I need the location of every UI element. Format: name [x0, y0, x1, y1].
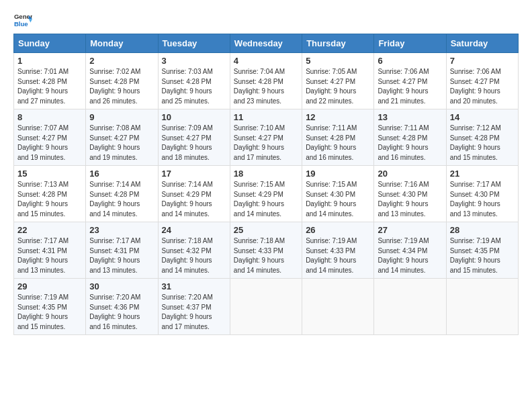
logo-icon: General Blue [13, 11, 32, 30]
day-number: 9 [89, 112, 154, 122]
calendar-row-week1: 1 Sunrise: 7:01 AMSunset: 4:28 PMDayligh… [14, 53, 519, 109]
day-number: 29 [17, 281, 82, 291]
calendar-row-week3: 15 Sunrise: 7:13 AMSunset: 4:28 PMDaylig… [14, 166, 519, 222]
calendar-cell: 9 Sunrise: 7:08 AMSunset: 4:27 PMDayligh… [86, 109, 158, 166]
day-info: Sunrise: 7:14 AMSunset: 4:28 PMDaylight:… [89, 181, 140, 218]
day-number: 31 [162, 281, 226, 291]
day-info: Sunrise: 7:11 AMSunset: 4:28 PMDaylight:… [378, 124, 429, 161]
day-info: Sunrise: 7:19 AMSunset: 4:35 PMDaylight:… [17, 293, 69, 330]
calendar-cell: 4 Sunrise: 7:04 AMSunset: 4:28 PMDayligh… [230, 53, 302, 109]
calendar-cell: 22 Sunrise: 7:17 AMSunset: 4:31 PMDaylig… [14, 222, 86, 279]
day-info: Sunrise: 7:08 AMSunset: 4:27 PMDaylight:… [89, 124, 140, 161]
calendar-cell: 26 Sunrise: 7:19 AMSunset: 4:33 PMDaylig… [302, 222, 374, 279]
calendar-cell: 31 Sunrise: 7:20 AMSunset: 4:37 PMDaylig… [158, 279, 230, 335]
calendar-cell: 14 Sunrise: 7:12 AMSunset: 4:28 PMDaylig… [446, 109, 518, 166]
day-info: Sunrise: 7:19 AMSunset: 4:35 PMDaylight:… [450, 237, 501, 274]
calendar-cell: 24 Sunrise: 7:18 AMSunset: 4:32 PMDaylig… [158, 222, 230, 279]
day-info: Sunrise: 7:17 AMSunset: 4:30 PMDaylight:… [450, 181, 501, 218]
calendar-cell: 11 Sunrise: 7:10 AMSunset: 4:27 PMDaylig… [230, 109, 302, 166]
calendar-row-week5: 29 Sunrise: 7:19 AMSunset: 4:35 PMDaylig… [14, 279, 519, 335]
day-info: Sunrise: 7:20 AMSunset: 4:36 PMDaylight:… [89, 293, 140, 330]
day-number: 2 [89, 56, 154, 66]
calendar-cell: 29 Sunrise: 7:19 AMSunset: 4:35 PMDaylig… [14, 279, 86, 335]
day-info: Sunrise: 7:01 AMSunset: 4:28 PMDaylight:… [17, 68, 69, 105]
calendar-cell: 30 Sunrise: 7:20 AMSunset: 4:36 PMDaylig… [86, 279, 158, 335]
day-number: 20 [378, 169, 442, 179]
calendar-row-week2: 8 Sunrise: 7:07 AMSunset: 4:27 PMDayligh… [14, 109, 519, 166]
day-number: 30 [89, 281, 154, 291]
day-number: 1 [17, 56, 82, 66]
calendar-cell [302, 279, 374, 335]
weekday-header-monday: Monday [86, 34, 158, 53]
calendar-cell: 28 Sunrise: 7:19 AMSunset: 4:35 PMDaylig… [446, 222, 518, 279]
day-info: Sunrise: 7:16 AMSunset: 4:30 PMDaylight:… [378, 181, 429, 218]
day-info: Sunrise: 7:06 AMSunset: 4:27 PMDaylight:… [450, 68, 501, 105]
calendar-cell: 16 Sunrise: 7:14 AMSunset: 4:28 PMDaylig… [86, 166, 158, 222]
day-number: 11 [234, 112, 298, 122]
calendar-table: SundayMondayTuesdayWednesdayThursdayFrid… [13, 34, 519, 335]
day-number: 14 [450, 112, 515, 122]
calendar-cell [446, 279, 518, 335]
day-number: 23 [89, 225, 154, 235]
day-info: Sunrise: 7:04 AMSunset: 4:28 PMDaylight:… [234, 68, 285, 105]
day-number: 18 [234, 169, 298, 179]
day-info: Sunrise: 7:14 AMSunset: 4:29 PMDaylight:… [162, 181, 213, 218]
day-number: 4 [234, 56, 298, 66]
day-number: 6 [378, 56, 442, 66]
calendar-cell: 17 Sunrise: 7:14 AMSunset: 4:29 PMDaylig… [158, 166, 230, 222]
day-info: Sunrise: 7:13 AMSunset: 4:28 PMDaylight:… [17, 181, 69, 218]
calendar-cell: 2 Sunrise: 7:02 AMSunset: 4:28 PMDayligh… [86, 53, 158, 109]
day-info: Sunrise: 7:18 AMSunset: 4:33 PMDaylight:… [234, 237, 285, 274]
day-info: Sunrise: 7:15 AMSunset: 4:30 PMDaylight:… [306, 181, 357, 218]
day-number: 13 [378, 112, 442, 122]
day-info: Sunrise: 7:18 AMSunset: 4:32 PMDaylight:… [162, 237, 213, 274]
calendar-cell [230, 279, 302, 335]
calendar-cell: 25 Sunrise: 7:18 AMSunset: 4:33 PMDaylig… [230, 222, 302, 279]
day-number: 15 [17, 169, 82, 179]
calendar-cell: 27 Sunrise: 7:19 AMSunset: 4:34 PMDaylig… [374, 222, 446, 279]
day-info: Sunrise: 7:05 AMSunset: 4:27 PMDaylight:… [306, 68, 357, 105]
day-number: 26 [306, 225, 370, 235]
day-number: 7 [450, 56, 515, 66]
calendar-cell: 7 Sunrise: 7:06 AMSunset: 4:27 PMDayligh… [446, 53, 518, 109]
day-number: 25 [234, 225, 298, 235]
calendar-cell [374, 279, 446, 335]
calendar-cell: 20 Sunrise: 7:16 AMSunset: 4:30 PMDaylig… [374, 166, 446, 222]
calendar-cell: 19 Sunrise: 7:15 AMSunset: 4:30 PMDaylig… [302, 166, 374, 222]
day-number: 24 [162, 225, 226, 235]
day-info: Sunrise: 7:09 AMSunset: 4:27 PMDaylight:… [162, 124, 213, 161]
weekday-header-thursday: Thursday [302, 34, 374, 53]
day-number: 16 [89, 169, 154, 179]
day-info: Sunrise: 7:06 AMSunset: 4:27 PMDaylight:… [378, 68, 429, 105]
day-number: 5 [306, 56, 370, 66]
calendar-cell: 21 Sunrise: 7:17 AMSunset: 4:30 PMDaylig… [446, 166, 518, 222]
weekday-header-wednesday: Wednesday [230, 34, 302, 53]
day-info: Sunrise: 7:19 AMSunset: 4:33 PMDaylight:… [306, 237, 357, 274]
weekday-header-sunday: Sunday [14, 34, 86, 53]
weekday-header-saturday: Saturday [446, 34, 518, 53]
calendar-row-week4: 22 Sunrise: 7:17 AMSunset: 4:31 PMDaylig… [14, 222, 519, 279]
day-number: 27 [378, 225, 442, 235]
day-number: 22 [17, 225, 82, 235]
logo: General Blue [13, 11, 32, 30]
svg-marker-3 [29, 19, 32, 22]
calendar-cell: 5 Sunrise: 7:05 AMSunset: 4:27 PMDayligh… [302, 53, 374, 109]
day-info: Sunrise: 7:17 AMSunset: 4:31 PMDaylight:… [17, 237, 69, 274]
page-header: General Blue [13, 11, 519, 30]
day-number: 21 [450, 169, 515, 179]
day-info: Sunrise: 7:10 AMSunset: 4:27 PMDaylight:… [234, 124, 285, 161]
calendar-header-row: SundayMondayTuesdayWednesdayThursdayFrid… [14, 34, 519, 53]
day-info: Sunrise: 7:02 AMSunset: 4:28 PMDaylight:… [89, 68, 140, 105]
weekday-header-tuesday: Tuesday [158, 34, 230, 53]
day-info: Sunrise: 7:07 AMSunset: 4:27 PMDaylight:… [17, 124, 69, 161]
day-number: 17 [162, 169, 226, 179]
calendar-cell: 13 Sunrise: 7:11 AMSunset: 4:28 PMDaylig… [374, 109, 446, 166]
svg-text:Blue: Blue [14, 20, 28, 28]
day-info: Sunrise: 7:03 AMSunset: 4:28 PMDaylight:… [162, 68, 213, 105]
calendar-cell: 10 Sunrise: 7:09 AMSunset: 4:27 PMDaylig… [158, 109, 230, 166]
calendar-cell: 12 Sunrise: 7:11 AMSunset: 4:28 PMDaylig… [302, 109, 374, 166]
calendar-cell: 18 Sunrise: 7:15 AMSunset: 4:29 PMDaylig… [230, 166, 302, 222]
calendar-cell: 6 Sunrise: 7:06 AMSunset: 4:27 PMDayligh… [374, 53, 446, 109]
day-info: Sunrise: 7:20 AMSunset: 4:37 PMDaylight:… [162, 293, 213, 330]
day-info: Sunrise: 7:15 AMSunset: 4:29 PMDaylight:… [234, 181, 285, 218]
